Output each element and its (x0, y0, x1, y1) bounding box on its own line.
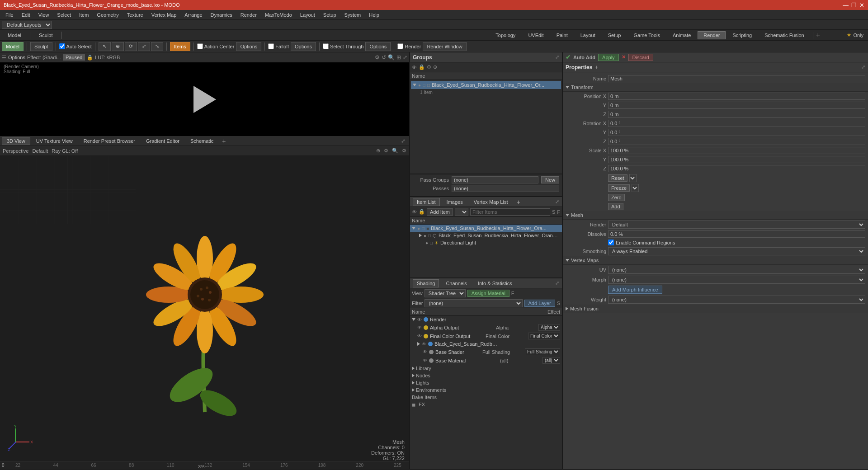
menu-vertex-map[interactable]: Vertex Map (148, 11, 180, 19)
cat-nodes[interactable]: Nodes (410, 372, 562, 379)
play-button[interactable] (193, 86, 216, 113)
final-color-effect-dropdown[interactable]: Final Color (528, 333, 560, 339)
tab-gradient-editor[interactable]: Gradient Editor (141, 137, 184, 145)
tab-item-list[interactable]: Item List (413, 198, 440, 206)
select-through-check[interactable]: Select Through (323, 43, 363, 49)
shader-render[interactable]: 👁 Render (410, 316, 562, 323)
zero-btn[interactable]: Zero (608, 194, 625, 201)
shader-tree-dropdown[interactable]: Shader Tree (425, 289, 466, 297)
render-dropdown[interactable]: Default (608, 221, 865, 229)
menu-help[interactable]: Help (365, 11, 383, 19)
add-layer-btn[interactable]: Add Layer (524, 300, 555, 307)
item-list-expand[interactable]: ⤢ (555, 199, 559, 205)
mode-uvedit[interactable]: UVEdit (522, 31, 549, 39)
mode-scripting[interactable]: Scripting (726, 31, 758, 39)
pos-z-input[interactable] (608, 111, 865, 118)
sculpt-mode-btn[interactable]: Sculpt (30, 42, 52, 51)
vp-settings-icon[interactable]: ⚙ (384, 148, 388, 154)
filter-s-btn[interactable]: S (552, 209, 555, 215)
shading-s-btn[interactable]: S (557, 301, 560, 306)
menu-arrange[interactable]: Arrange (181, 11, 206, 19)
smoothing-dropdown[interactable]: Always Enabled (608, 247, 865, 255)
render-setting3[interactable]: 🔍 (388, 54, 395, 61)
render-expand[interactable]: ⤢ (403, 54, 407, 61)
model-mode-btn[interactable]: Model (2, 42, 24, 51)
freeze-btn[interactable]: Freeze (608, 184, 630, 192)
cat-fx[interactable]: ◼ FX (410, 401, 562, 408)
cat-environments[interactable]: Environments (410, 386, 562, 394)
vp-zoom-icon[interactable]: 🔍 (392, 148, 398, 154)
name-input[interactable] (608, 75, 865, 82)
transform-icon4[interactable]: ⤡ (151, 42, 163, 51)
mode-game-tools[interactable]: Game Tools (627, 31, 666, 39)
tab-shading[interactable]: Shading (413, 279, 439, 287)
auto-select-check[interactable]: Auto Select (59, 43, 92, 49)
falloff-checkbox[interactable] (268, 43, 274, 49)
expand-viewport-btn[interactable]: ⤢ (399, 138, 407, 144)
scene-root-item[interactable]: ● □ ■ Black_Eyed_Susan_Rudbeckia_Hirta_F… (410, 225, 562, 232)
props-expand-btn[interactable]: ⤢ (861, 64, 865, 70)
tab-uv-texture[interactable]: UV Texture View (31, 137, 78, 145)
reset-dropdown[interactable] (629, 174, 637, 182)
uv-dropdown[interactable]: (none) (608, 266, 865, 274)
shading-expand-btn[interactable]: ⤢ (555, 280, 559, 286)
add-tab-btn[interactable]: + (219, 137, 228, 145)
add-item-dropdown[interactable] (455, 208, 468, 216)
options3-btn[interactable]: Options (365, 42, 391, 51)
base-material-effect-dropdown[interactable]: (all) (542, 357, 560, 364)
transform-icon1[interactable]: ⊕ (112, 42, 124, 51)
menu-geometry[interactable]: Geometry (93, 11, 122, 19)
transform-icon3[interactable]: ⤢ (138, 42, 150, 51)
render-setting2[interactable]: ↺ (382, 54, 386, 61)
scale-y-input[interactable] (608, 156, 865, 163)
add-panel-tab-btn[interactable]: + (514, 198, 522, 206)
scale-x-input[interactable] (608, 147, 865, 154)
add-transform-btn[interactable]: Add (608, 203, 623, 210)
layouts-dropdown[interactable]: Default Layouts (2, 21, 52, 29)
render-checkbox[interactable] (397, 43, 403, 49)
reset-btn[interactable]: Reset (608, 174, 627, 182)
mesh-fusion-section-header[interactable]: Mesh Fusion (563, 305, 868, 313)
options2-btn[interactable]: Options (291, 42, 316, 51)
add-item-btn[interactable]: Add Item (427, 208, 453, 216)
minimize-btn[interactable]: — (843, 2, 849, 9)
pos-x-input[interactable] (608, 93, 865, 100)
menu-maxtomodo[interactable]: MaxToModo (261, 11, 296, 19)
alpha-effect-dropdown[interactable]: Alpha (538, 324, 560, 331)
rot-z-input[interactable] (608, 138, 865, 145)
window-controls[interactable]: — ❐ ✕ (843, 2, 864, 9)
select-icon[interactable]: ↖ (99, 42, 111, 51)
shading-f-btn[interactable]: F (511, 291, 514, 296)
mode-setup[interactable]: Setup (602, 31, 627, 39)
mode-layout[interactable]: Layout (575, 31, 601, 39)
mode-schematic[interactable]: Schematic Fusion (759, 31, 810, 39)
transform-section-header[interactable]: Transform (563, 83, 868, 92)
filter-f-btn[interactable]: F (557, 209, 560, 215)
light-item[interactable]: ● □ ☀ Directional Light (410, 239, 562, 246)
assign-material-btn[interactable]: Assign Material (467, 290, 509, 297)
maximize-btn[interactable]: ❐ (851, 2, 857, 9)
add-morph-btn[interactable]: Add Morph Influence (608, 286, 662, 294)
weight-dropdown[interactable]: (none) (608, 296, 865, 304)
shader-alpha-output[interactable]: 👁 Alpha Output Alpha Alpha (410, 323, 562, 332)
menu-setup[interactable]: Setup (320, 11, 340, 19)
mode-animate[interactable]: Animate (667, 31, 697, 39)
menu-view[interactable]: View (35, 11, 53, 19)
enable-cmd-checkbox[interactable] (608, 240, 614, 245)
tab-vertex-map[interactable]: Vertex Map List (470, 198, 512, 206)
apply-btn[interactable]: Apply (598, 54, 619, 61)
menu-select[interactable]: Select (53, 11, 75, 19)
action-center-checkbox[interactable] (197, 43, 203, 49)
scale-z-input[interactable] (608, 165, 865, 172)
cat-bake-items[interactable]: Bake Items (410, 394, 562, 401)
options1-btn[interactable]: Options (236, 42, 261, 51)
shader-base-material[interactable]: 👁 Base Material (all) (all) (410, 356, 562, 365)
menu-item[interactable]: Item (75, 11, 92, 19)
shader-black-eyed-group[interactable]: 👁 Black_Eyed_Susan_Rudbeckia_Hirta_Fl... (410, 340, 562, 348)
mesh-section-header[interactable]: Mesh (563, 211, 868, 220)
auto-select-checkbox[interactable] (59, 43, 65, 49)
action-center-check[interactable]: Action Center (197, 43, 235, 49)
pass-groups-new-btn[interactable]: New (541, 176, 559, 183)
transform-icon2[interactable]: ⟳ (125, 42, 137, 51)
groups-expand-btn[interactable]: ⤢ (555, 54, 559, 60)
